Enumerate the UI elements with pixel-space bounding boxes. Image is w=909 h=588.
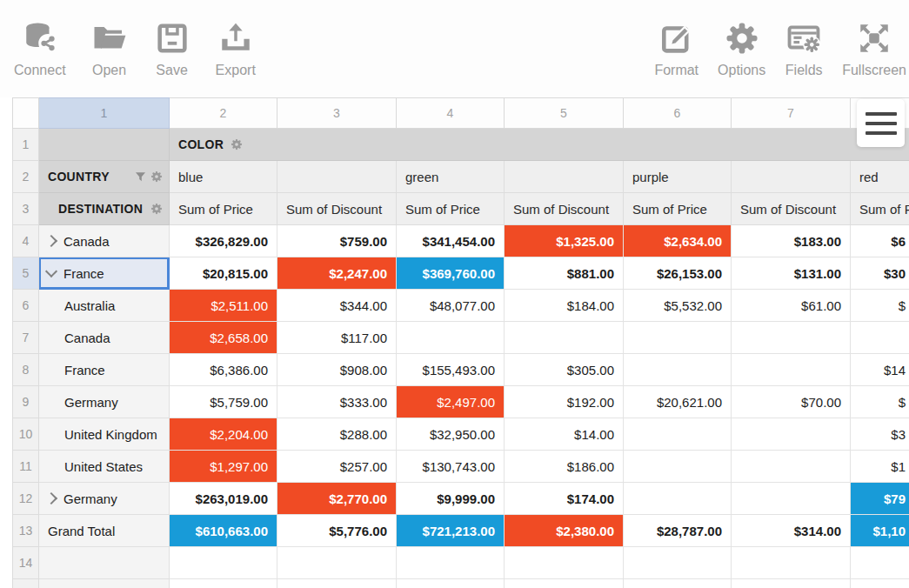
row-number[interactable]: 12 — [12, 483, 39, 515]
data-cell[interactable]: $14 — [851, 354, 909, 386]
data-cell[interactable] — [624, 418, 732, 451]
column-group-cell[interactable]: blue — [170, 161, 277, 193]
expand-toggle-icon[interactable] — [45, 492, 57, 504]
toolbar-button-fields[interactable]: Fields — [785, 19, 823, 77]
row-number[interactable]: 6 — [12, 290, 39, 322]
measure-header-cell[interactable]: Sum of Price — [624, 193, 732, 225]
toolbar-button-open[interactable]: Open — [90, 19, 129, 77]
row-label-cell[interactable]: Canada — [39, 225, 170, 257]
data-cell[interactable]: $1,325.00 — [505, 225, 624, 257]
data-cell[interactable]: $1 — [851, 451, 909, 483]
row-number[interactable]: 7 — [12, 322, 39, 354]
data-cell[interactable] — [732, 322, 851, 354]
row-label-cell[interactable]: United States — [39, 451, 170, 483]
data-cell[interactable]: $30 — [851, 257, 909, 290]
data-cell[interactable] — [851, 579, 909, 588]
column-header-7[interactable]: 7 — [732, 97, 851, 129]
column-header-2[interactable]: 2 — [170, 97, 277, 129]
row-number[interactable] — [12, 579, 39, 588]
data-cell[interactable]: $ — [851, 386, 909, 418]
data-cell[interactable] — [397, 547, 505, 579]
row-hierarchy-cell[interactable]: DESTINATION — [39, 193, 170, 225]
gear-icon[interactable] — [150, 203, 163, 215]
column-header-6[interactable]: 6 — [624, 97, 732, 129]
data-cell[interactable]: $2,634.00 — [624, 225, 732, 257]
data-cell[interactable] — [397, 322, 505, 354]
data-cell[interactable]: $5,759.00 — [170, 386, 277, 418]
column-group-cell[interactable] — [732, 161, 851, 193]
row-label-cell[interactable]: United Kingdom — [39, 418, 170, 451]
data-cell[interactable]: $721,213.00 — [397, 515, 505, 547]
data-cell[interactable]: $28,787.00 — [624, 515, 732, 547]
data-cell[interactable]: $130,743.00 — [397, 451, 505, 483]
data-cell[interactable]: $326,829.00 — [170, 225, 277, 257]
row-number[interactable]: 11 — [12, 451, 39, 483]
data-cell[interactable]: $174.00 — [505, 483, 624, 515]
data-cell[interactable]: $20,815.00 — [170, 257, 277, 290]
row-number[interactable]: 4 — [12, 225, 39, 257]
column-header-5[interactable]: 5 — [505, 97, 624, 129]
measure-header-cell[interactable]: Sum of Price — [397, 193, 505, 225]
data-cell[interactable] — [624, 579, 732, 588]
data-cell[interactable] — [505, 547, 624, 579]
toolbar-button-fullscreen[interactable]: Fullscreen — [842, 19, 906, 77]
measure-header-cell[interactable]: Sum of Price — [170, 193, 277, 225]
data-cell[interactable] — [732, 579, 851, 588]
row-label-cell[interactable]: Grand Total — [39, 515, 170, 547]
gear-icon[interactable] — [231, 138, 243, 150]
toolbar-button-format[interactable]: Format — [654, 19, 698, 77]
data-cell[interactable] — [624, 451, 732, 483]
data-cell[interactable]: $20,621.00 — [624, 386, 732, 418]
data-cell[interactable]: $881.00 — [505, 257, 624, 290]
data-cell[interactable]: $79 — [851, 483, 909, 515]
data-cell[interactable]: $14.00 — [505, 418, 624, 451]
data-cell[interactable]: $263,019.00 — [170, 483, 277, 515]
column-header-4[interactable]: 4 — [397, 97, 505, 129]
data-cell[interactable]: $61.00 — [732, 290, 851, 322]
data-cell[interactable] — [505, 322, 624, 354]
toolbar-button-save[interactable]: Save — [153, 19, 191, 77]
data-cell[interactable]: $32,950.00 — [397, 418, 505, 451]
data-cell[interactable] — [732, 483, 851, 515]
data-cell[interactable] — [624, 483, 732, 515]
column-header-3[interactable]: 3 — [277, 97, 397, 129]
toolbar-button-connect[interactable]: Connect — [14, 19, 66, 77]
column-group-cell[interactable] — [277, 161, 397, 193]
data-cell[interactable]: $908.00 — [277, 354, 397, 386]
data-cell[interactable]: $341,454.00 — [397, 225, 505, 257]
data-cell[interactable]: $5,776.00 — [277, 515, 397, 547]
data-cell[interactable] — [170, 547, 277, 579]
data-cell[interactable] — [397, 579, 505, 588]
data-cell[interactable]: $9,999.00 — [397, 483, 505, 515]
toolbar-button-export[interactable]: Export — [216, 19, 256, 77]
data-cell[interactable]: $2,380.00 — [505, 515, 624, 547]
row-label-cell[interactable]: Germany — [39, 483, 170, 515]
data-cell[interactable]: $6 — [851, 225, 909, 257]
row-number[interactable]: 13 — [12, 515, 39, 547]
data-cell[interactable]: $186.00 — [505, 451, 624, 483]
data-cell[interactable]: $759.00 — [277, 225, 397, 257]
data-cell[interactable]: $26,153.00 — [624, 257, 732, 290]
data-cell[interactable]: $288.00 — [277, 418, 397, 451]
data-cell[interactable] — [624, 547, 732, 579]
data-cell[interactable]: $2,511.00 — [170, 290, 277, 322]
measure-header-cell[interactable]: Sum of Price — [851, 193, 909, 225]
row-label-cell[interactable]: Australia — [39, 290, 170, 322]
data-cell[interactable] — [732, 451, 851, 483]
data-cell[interactable] — [732, 354, 851, 386]
row-number[interactable]: 3 — [12, 193, 39, 225]
row-number[interactable]: 14 — [12, 547, 39, 579]
row-label-cell[interactable] — [39, 579, 170, 588]
data-cell[interactable]: $2,204.00 — [170, 418, 277, 451]
row-number[interactable]: 5 — [12, 257, 39, 290]
row-label-cell[interactable] — [39, 547, 170, 579]
data-cell[interactable]: $3 — [851, 418, 909, 451]
expand-toggle-icon[interactable] — [45, 265, 57, 277]
data-cell[interactable]: $2,497.00 — [397, 386, 505, 418]
row-label-cell[interactable]: Canada — [39, 322, 170, 354]
data-cell[interactable] — [732, 547, 851, 579]
row-label-cell[interactable]: Germany — [39, 386, 170, 418]
column-dimension-cell[interactable]: COLOR — [170, 129, 909, 161]
filter-icon[interactable] — [135, 171, 146, 183]
column-group-cell[interactable]: red — [851, 161, 909, 193]
